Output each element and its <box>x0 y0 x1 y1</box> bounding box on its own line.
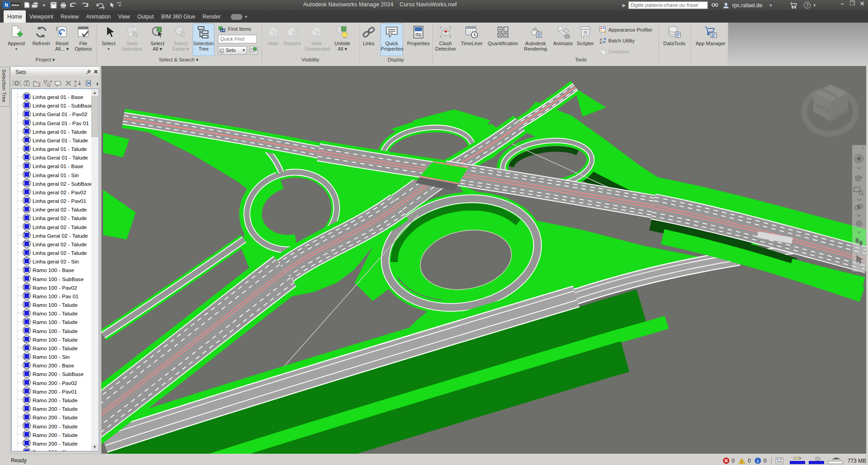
svg-text:+: + <box>50 79 52 84</box>
svg-text:A: A <box>600 38 602 41</box>
svg-text:x: x <box>862 146 864 150</box>
svg-text:Z: Z <box>74 84 76 88</box>
svg-text:B: B <box>600 41 602 44</box>
svg-text:N: N <box>5 2 8 8</box>
svg-text:!: ! <box>741 459 743 464</box>
svg-text:×: × <box>499 33 502 38</box>
svg-text:MAN: MAN <box>11 3 19 7</box>
svg-text:*: * <box>38 83 40 88</box>
svg-text:−: − <box>505 27 508 32</box>
svg-text:+: + <box>499 27 502 32</box>
svg-text:=: = <box>505 33 508 38</box>
svg-text:i: i <box>757 459 759 464</box>
svg-text:A: A <box>74 80 77 84</box>
